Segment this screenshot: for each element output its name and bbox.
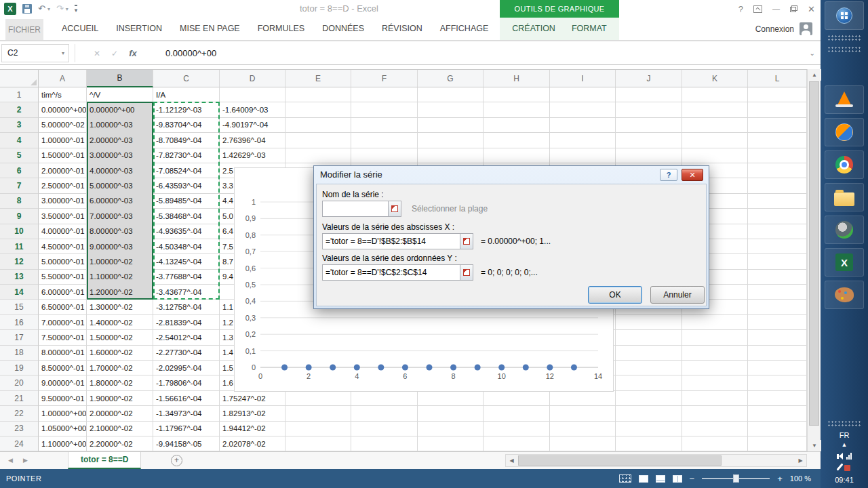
- restore-icon[interactable]: [790, 5, 797, 12]
- cell-B21[interactable]: 1.90000^-02: [87, 391, 153, 406]
- red-app-tray-icon[interactable]: [844, 465, 850, 471]
- excel-taskbar-button[interactable]: X: [825, 248, 864, 277]
- cell-L16[interactable]: [748, 315, 807, 330]
- cell-B15[interactable]: 1.30000^-02: [87, 300, 153, 314]
- cell-A21[interactable]: 9.50000^-01: [39, 391, 87, 406]
- cell-L3[interactable]: [748, 118, 807, 133]
- vlc-button[interactable]: [825, 85, 864, 114]
- cell-E3[interactable]: [285, 118, 351, 133]
- cell-F2[interactable]: [351, 102, 418, 117]
- ribbon-tab-formules[interactable]: FORMULES: [249, 18, 313, 40]
- horizontal-scroll-thumb[interactable]: [518, 455, 722, 466]
- cell-A13[interactable]: 5.50000^-01: [39, 270, 87, 285]
- cell-H2[interactable]: [484, 102, 550, 117]
- cell-B16[interactable]: 1.40000^-02: [87, 315, 153, 330]
- cell-K2[interactable]: [682, 102, 748, 117]
- cell-K5[interactable]: [682, 148, 748, 163]
- cell-L23[interactable]: [748, 422, 807, 436]
- cell-L14[interactable]: [748, 285, 807, 300]
- enter-formula-icon[interactable]: ✓: [111, 49, 118, 58]
- scroll-up-icon[interactable]: ▲: [808, 69, 821, 81]
- row-header-21[interactable]: 21: [0, 391, 39, 406]
- scroll-left-icon[interactable]: ◀: [506, 455, 517, 466]
- pen-tray-icon[interactable]: [836, 463, 843, 470]
- close-icon[interactable]: ✕: [808, 4, 815, 14]
- cell-C7[interactable]: -6.43593^-04: [153, 178, 220, 193]
- row-header-5[interactable]: 5: [0, 148, 39, 163]
- cell-C20[interactable]: -1.79806^-04: [153, 375, 220, 390]
- cell-B23[interactable]: 2.10000^-02: [87, 422, 153, 436]
- cell-B14[interactable]: 1.20000^-02: [87, 285, 153, 300]
- minimize-icon[interactable]: —: [772, 5, 780, 13]
- formula-input[interactable]: 0.00000^+00: [165, 44, 216, 62]
- cell-B12[interactable]: 1.00000^-02: [87, 254, 153, 269]
- row-header-8[interactable]: 8: [0, 194, 39, 209]
- undo-icon[interactable]: ↶: [38, 3, 45, 15]
- utility-app-button[interactable]: [825, 216, 864, 244]
- cell-C16[interactable]: -2.81839^-04: [153, 315, 220, 330]
- cell-E2[interactable]: [285, 102, 351, 117]
- cell-H21[interactable]: [484, 391, 550, 406]
- y-values-range-picker-button[interactable]: [460, 264, 473, 281]
- cell-I5[interactable]: [550, 148, 616, 163]
- cell-G23[interactable]: [418, 422, 484, 436]
- cell-D2[interactable]: -1.64009^-03: [220, 102, 285, 117]
- cell-J21[interactable]: [616, 391, 682, 406]
- cell-D3[interactable]: -4.90197^-04: [220, 118, 285, 133]
- cell-L19[interactable]: [748, 361, 807, 375]
- zoom-slider-thumb[interactable]: [733, 474, 739, 483]
- ribbon-tab-accueil[interactable]: ACCUEIL: [53, 18, 107, 40]
- cell-J24[interactable]: [616, 436, 682, 451]
- row-header-9[interactable]: 9: [0, 209, 39, 224]
- cell-L4[interactable]: [748, 133, 807, 148]
- cell-E21[interactable]: [285, 391, 351, 406]
- cell-L22[interactable]: [748, 406, 807, 421]
- cell-F3[interactable]: [351, 118, 418, 133]
- row-header-24[interactable]: 24: [0, 436, 39, 451]
- cell-A12[interactable]: 5.00000^-01: [39, 254, 87, 269]
- cell-B2[interactable]: 0.00000^+00: [87, 102, 153, 117]
- redo-icon[interactable]: ↷: [56, 3, 64, 15]
- cell-B4[interactable]: 2.00000^-03: [87, 133, 153, 148]
- column-header-B[interactable]: B: [87, 70, 153, 87]
- cell-K4[interactable]: [682, 133, 748, 148]
- cell-I4[interactable]: [550, 133, 616, 148]
- ribbon-tab-affichage[interactable]: AFFICHAGE: [431, 18, 498, 40]
- cell-I21[interactable]: [550, 391, 616, 406]
- ribbon-tab-données[interactable]: DONNÉES: [313, 18, 373, 40]
- cell-F22[interactable]: [351, 406, 418, 421]
- column-header-G[interactable]: G: [418, 70, 484, 87]
- cell-E5[interactable]: [285, 148, 351, 163]
- sheet-nav-left-icon[interactable]: ◀: [8, 452, 13, 469]
- cell-A4[interactable]: 1.00000^-01: [39, 133, 87, 148]
- cell-C12[interactable]: -4.13245^-04: [153, 254, 220, 269]
- cell-L2[interactable]: [748, 102, 807, 117]
- cell-D23[interactable]: 1.94412^-02: [220, 422, 285, 436]
- cell-C9[interactable]: -5.38468^-04: [153, 209, 220, 224]
- row-header-7[interactable]: 7: [0, 178, 39, 193]
- cell-A2[interactable]: 0.00000^+00: [39, 102, 87, 117]
- cell-B17[interactable]: 1.50000^-02: [87, 330, 153, 345]
- cell-L13[interactable]: [748, 270, 807, 285]
- language-indicator[interactable]: FR: [840, 431, 850, 439]
- row-header-23[interactable]: 23: [0, 422, 39, 436]
- row-header-15[interactable]: 15: [0, 300, 39, 314]
- cell-G24[interactable]: [418, 436, 484, 451]
- cell-A17[interactable]: 7.50000^-01: [39, 330, 87, 345]
- cell-F4[interactable]: [351, 133, 418, 148]
- cell-C6[interactable]: -7.08524^-04: [153, 163, 220, 178]
- select-all-corner[interactable]: [0, 70, 39, 87]
- customize-qat-icon[interactable]: ▾: [75, 5, 78, 14]
- cell-J4[interactable]: [616, 133, 682, 148]
- page-layout-view-icon[interactable]: [656, 475, 665, 483]
- cell-B9[interactable]: 7.00000^-03: [87, 209, 153, 224]
- cell-J20[interactable]: [616, 375, 682, 390]
- network-signal-icon[interactable]: [846, 453, 852, 460]
- cell-G1[interactable]: [418, 87, 484, 102]
- cell-J19[interactable]: [616, 361, 682, 375]
- cell-J18[interactable]: [616, 346, 682, 361]
- cell-A15[interactable]: 6.50000^-01: [39, 300, 87, 314]
- cell-J1[interactable]: [616, 87, 682, 102]
- cell-C19[interactable]: -2.02995^-04: [153, 361, 220, 375]
- media-player-button[interactable]: [825, 118, 864, 146]
